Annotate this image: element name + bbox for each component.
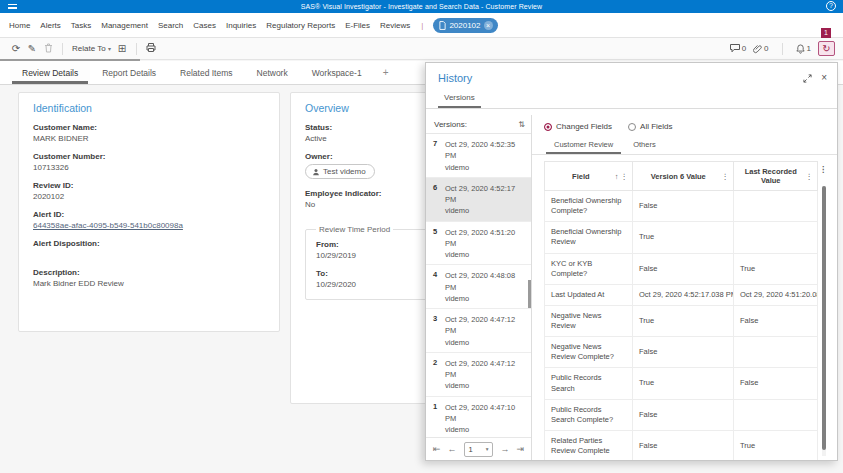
version-item-3[interactable]: 3Oct 29, 2020 4:47:12 PMvidemo	[426, 309, 531, 353]
notification-badge[interactable]: 1	[821, 28, 831, 38]
version-number: 4	[433, 270, 440, 304]
version-item-1[interactable]: 1Oct 29, 2020 4:47:10 PMvidemo	[426, 397, 531, 438]
print-icon[interactable]	[143, 43, 159, 54]
history-tab-customer-review[interactable]: Customer Review	[544, 136, 623, 154]
help-icon[interactable]: ?	[826, 1, 836, 11]
column-menu-icon[interactable]: ⋮	[620, 172, 630, 181]
history-table: Field ↑ ⋮ Version 6 Value ⋮	[544, 161, 818, 460]
history-subtabs: Customer ReviewOthers	[532, 136, 837, 155]
history-tabstrip: Versions	[426, 86, 837, 109]
versions-scrollbar[interactable]	[528, 280, 531, 308]
nav-item-cases[interactable]: Cases	[192, 19, 217, 32]
divider	[782, 43, 783, 55]
divider	[136, 43, 137, 55]
tab-network[interactable]: Network	[245, 61, 300, 84]
nav-item-inquiries[interactable]: Inquiries	[225, 19, 257, 32]
notifications-count: 1	[807, 44, 811, 53]
table-row: KYC or KYB Complete?FalseTrue	[545, 253, 818, 284]
column-menu-icon[interactable]: ⋮	[721, 172, 731, 181]
notifications-button[interactable]: 1	[796, 44, 811, 54]
nav-item-management[interactable]: Management	[100, 19, 149, 32]
field-cell: Related Parties Review Complete	[545, 430, 633, 460]
owner-pill[interactable]: Test videmo	[305, 164, 375, 179]
last-value-cell	[734, 222, 818, 253]
add-tab-icon[interactable]: +	[374, 61, 398, 84]
version-item-2[interactable]: 2Oct 29, 2020 4:47:12 PMvidemo	[426, 353, 531, 397]
network-diagram-icon[interactable]: ⊞	[114, 43, 130, 54]
version-number: 5	[433, 227, 440, 261]
table-scrollbar[interactable]	[822, 186, 826, 456]
version-item-4[interactable]: 4Oct 29, 2020 4:48:08 PMvidemo	[426, 265, 531, 309]
version-user: videmo	[445, 205, 528, 216]
nav-item-search[interactable]: Search	[157, 19, 184, 32]
versions-header: Versions: ⇅	[426, 115, 531, 133]
history-button[interactable]: ↻	[818, 41, 835, 56]
version-number: 6	[433, 183, 440, 217]
entity-tab-2020102[interactable]: 2020102 ×	[433, 18, 497, 33]
comments-button[interactable]: 0	[730, 44, 746, 53]
edit-icon[interactable]: ✎	[24, 43, 40, 54]
field-cell: Negative News Review	[545, 305, 633, 336]
radio-changed-fields[interactable]: Changed Fields	[544, 122, 612, 131]
identification-fields: Customer Name:MARK BIDNERCustomer Number…	[33, 123, 265, 288]
column-header-version-value[interactable]: Version 6 Value ⋮	[633, 162, 734, 191]
last-value-cell	[734, 399, 818, 430]
tab-versions[interactable]: Versions	[440, 90, 479, 108]
fields-column: Changed Fields All Fields Customer Revie…	[532, 115, 837, 460]
version-text: Oct 29, 2020 4:52:17 PMvidemo	[445, 183, 528, 217]
nav-item-home[interactable]: Home	[8, 19, 31, 32]
tab-review-details[interactable]: Review Details	[10, 61, 90, 84]
main-nav-items: HomeAlertsTasksManagementSearchCasesInqu…	[8, 19, 411, 32]
field-filter-radios: Changed Fields All Fields	[532, 115, 837, 136]
history-tab-others[interactable]: Others	[623, 136, 666, 154]
tab-workspace-1[interactable]: Workspace-1	[300, 61, 374, 84]
attachments-button[interactable]: 0	[753, 44, 768, 54]
field-label: From:	[316, 240, 422, 249]
version-time: Oct 29, 2020 4:51:20 PM	[445, 227, 528, 250]
nav-item-e-files[interactable]: E-Files	[344, 19, 371, 32]
column-menu-icon[interactable]: ⋮	[805, 172, 815, 181]
tab-report-details[interactable]: Report Details	[90, 61, 168, 84]
nav-item-regulatory-reports[interactable]: Regulatory Reports	[265, 19, 336, 32]
delete-icon	[40, 43, 56, 55]
owner-name: Test videmo	[323, 167, 366, 176]
relate-to-button[interactable]: Relate To ▾	[69, 44, 114, 53]
version-item-7[interactable]: 7Oct 29, 2020 4:52:35 PMvidemo	[426, 134, 531, 178]
close-icon[interactable]: ×	[821, 73, 827, 83]
field-value	[33, 250, 265, 259]
nav-item-tasks[interactable]: Tasks	[70, 19, 92, 32]
expand-icon[interactable]	[803, 74, 812, 83]
document-icon	[439, 21, 446, 30]
version-value-cell: False	[633, 337, 734, 368]
history-panel: History × Versions Versions: ⇅ 7Oct 29, …	[425, 62, 838, 461]
chevron-down-icon: ▾	[486, 446, 489, 452]
scrollbar-thumb[interactable]	[822, 186, 826, 450]
version-value-cell: False	[633, 253, 734, 284]
sort-icon[interactable]: ⇅	[518, 120, 525, 129]
version-user: videmo	[445, 249, 528, 260]
column-options-icon[interactable]: ⋮	[819, 165, 827, 174]
page-select[interactable]: 1 ▾	[464, 442, 494, 457]
previous-page-icon[interactable]: ←	[448, 444, 457, 454]
nav-item-reviews[interactable]: Reviews	[379, 19, 411, 32]
column-header-field[interactable]: Field ↑ ⋮	[545, 162, 633, 191]
field-alert-id-: Alert ID:644358ae-afac-4095-b549-541b0c8…	[33, 210, 265, 230]
version-item-5[interactable]: 5Oct 29, 2020 4:51:20 PMvidemo	[426, 222, 531, 266]
last-page-icon[interactable]: ⇥	[516, 444, 524, 454]
nav-item-alerts[interactable]: Alerts	[39, 19, 61, 32]
close-icon[interactable]: ×	[484, 21, 493, 30]
version-item-6[interactable]: 6Oct 29, 2020 4:52:17 PMvidemo	[426, 178, 531, 222]
last-value-cell: False	[734, 305, 818, 336]
first-page-icon[interactable]: ⇤	[433, 444, 441, 454]
version-time: Oct 29, 2020 4:47:10 PM	[445, 402, 528, 425]
tabstrip-scrollbar[interactable]	[0, 59, 140, 61]
tab-related-items[interactable]: Related Items	[168, 61, 244, 84]
version-text: Oct 29, 2020 4:47:12 PMvidemo	[445, 314, 528, 348]
radio-all-fields[interactable]: All Fields	[628, 122, 672, 131]
column-header-last-value[interactable]: Last Recorded Value ⋮	[734, 162, 818, 191]
refresh-icon[interactable]: ⟳	[8, 43, 24, 54]
next-page-icon[interactable]: →	[500, 444, 509, 454]
version-value-cell: False	[633, 399, 734, 430]
version-list: 7Oct 29, 2020 4:52:35 PMvidemo6Oct 29, 2…	[426, 133, 531, 437]
alert-id-link[interactable]: 644358ae-afac-4095-b549-541b0c80098a	[33, 221, 265, 230]
